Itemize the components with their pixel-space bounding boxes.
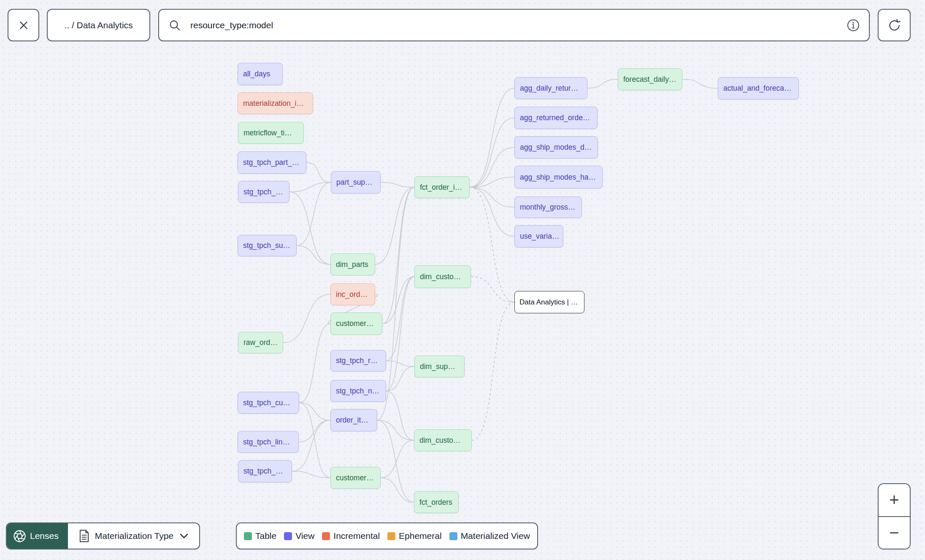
graph-node-stg_tpch_cu[interactable]: stg_tpch_cu… — [238, 392, 299, 414]
legend-label: View — [295, 531, 314, 541]
search-input[interactable] — [189, 20, 838, 31]
graph-node-dim_custo_a[interactable]: dim_custo… — [414, 265, 471, 288]
edge-dim_custo_b-to-data_analytics — [472, 302, 514, 441]
legend-item-ephemeral: Ephemeral — [387, 531, 442, 541]
edge-fct_order_i-to-agg_returned_orde — [470, 118, 514, 188]
edge-stg_tpch_cu-to-order_it — [299, 403, 330, 420]
edge-customer_a-to-dim_custo_a — [382, 277, 414, 324]
edge-stg_tpch_n-to-dim_custo_b — [386, 391, 414, 440]
close-icon — [16, 18, 31, 32]
graph-node-fct_orders[interactable]: fct_orders — [414, 491, 459, 513]
zoom-controls: + − — [878, 483, 911, 549]
graph-node-dim_sup[interactable]: dim_sup… — [414, 355, 465, 377]
edge-stg_tpch_n-to-dim_sup — [386, 366, 414, 391]
zoom-out-button[interactable]: − — [879, 516, 910, 549]
materialization-legend: TableViewIncrementalEphemeralMaterialize… — [236, 522, 538, 549]
legend-label: Table — [255, 531, 276, 541]
graph-node-stg_tpch_b[interactable]: stg_tpch_… — [238, 460, 292, 482]
document-icon — [79, 529, 89, 543]
edge-stg_tpch_part-to-part_sup — [306, 163, 331, 183]
graph-node-agg_returned_orde[interactable]: agg_returned_orde… — [514, 107, 598, 129]
graph-node-use_varia[interactable]: use_varia… — [514, 225, 563, 248]
lens-aperture-icon — [13, 530, 26, 543]
graph-node-stg_tpch_r[interactable]: stg_tpch_r… — [330, 350, 386, 372]
graph-node-agg_daily_retur[interactable]: agg_daily_retur… — [514, 77, 587, 99]
info-icon[interactable] — [847, 19, 860, 32]
legend-swatch-incremental — [322, 532, 330, 540]
edge-customer_b-to-dim_custo_b — [381, 440, 414, 478]
graph-node-part_sup[interactable]: part_sup… — [331, 171, 381, 194]
edge-fct_order_i-to-use_varia — [470, 187, 514, 237]
graph-node-raw_ord[interactable]: raw_ord… — [238, 332, 283, 353]
edge-agg_daily_retur-to-forecast_daily — [587, 79, 618, 88]
graph-node-agg_ship_modes_ha[interactable]: agg_ship_modes_ha… — [514, 166, 603, 188]
search-bar[interactable] — [158, 9, 870, 41]
breadcrumb[interactable]: .. / Data Analytics — [47, 9, 150, 41]
lenses-toolbar: Lenses Materialization Type — [6, 522, 200, 549]
graph-node-forecast_daily[interactable]: forecast_daily… — [618, 68, 682, 90]
breadcrumb-label: .. / Data Analytics — [64, 20, 133, 30]
graph-node-stg_tpch_a[interactable]: stg_tpch_… — [238, 181, 289, 203]
edge-dim_custo_a-to-data_analytics — [471, 277, 514, 302]
graph-node-dim_custo_b[interactable]: dim_custo… — [414, 429, 472, 451]
edge-stg_tpch_r-to-dim_custo_a — [386, 277, 414, 361]
graph-node-stg_tpch_part[interactable]: stg_tpch_part_… — [238, 151, 306, 174]
graph-node-actual_and_foreca[interactable]: actual_and_foreca… — [718, 77, 799, 100]
graph-node-metricflow_ti[interactable]: metricflow_ti… — [238, 122, 304, 144]
graph-node-inc_ord[interactable]: inc_ord… — [330, 283, 375, 305]
edge-stg_tpch_su-to-dim_parts — [297, 246, 330, 265]
edge-customer_a-to-fct_order_i — [382, 187, 414, 324]
legend-swatch-materialized-view — [449, 532, 457, 540]
edge-stg_tpch_cu-to-customer_b — [299, 403, 330, 478]
graph-node-stg_tpch_n[interactable]: stg_tpch_n… — [330, 380, 386, 402]
graph-node-order_it[interactable]: order_it… — [330, 409, 377, 431]
graph-node-stg_tpch_lin[interactable]: stg_tpch_lin… — [238, 431, 299, 453]
legend-item-materialized-view: Materialized View — [449, 531, 530, 541]
edge-fct_order_i-to-monthly_gross — [470, 187, 514, 207]
graph-node-dim_parts[interactable]: dim_parts — [330, 253, 375, 275]
edge-raw_ord-to-inc_ord — [283, 294, 330, 343]
legend-item-incremental: Incremental — [322, 531, 380, 541]
graph-node-agg_ship_modes_d[interactable]: agg_ship_modes_d… — [514, 136, 598, 159]
legend-label: Materialized View — [461, 531, 530, 541]
graph-node-all_days[interactable]: all_days — [238, 63, 283, 85]
close-button[interactable] — [8, 9, 39, 41]
refresh-icon — [887, 18, 901, 32]
graph-node-monthly_gross[interactable]: monthly_gross… — [514, 197, 582, 218]
edge-dim_parts-to-fct_order_i — [375, 187, 414, 264]
graph-node-customer_b[interactable]: customer… — [330, 467, 381, 489]
lenses-label: Lenses — [30, 531, 59, 541]
lineage-canvas[interactable]: all_daysmaterialization_i…metricflow_ti…… — [0, 0, 925, 560]
search-icon — [168, 19, 181, 32]
legend-swatch-ephemeral — [387, 532, 395, 540]
legend-swatch-view — [284, 532, 292, 540]
graph-node-customer_a[interactable]: customer… — [330, 312, 382, 335]
edge-forecast_daily-to-actual_and_foreca — [682, 79, 718, 89]
graph-node-stg_tpch_su[interactable]: stg_tpch_su… — [238, 235, 297, 256]
lenses-button[interactable]: Lenses — [7, 523, 68, 549]
edge-order_it-to-fct_orders — [377, 420, 414, 503]
edge-order_it-to-dim_custo_b — [377, 420, 414, 441]
legend-item-view: View — [284, 531, 314, 541]
lens-selector-label: Materialization Type — [95, 531, 173, 541]
chevron-down-icon — [179, 532, 189, 540]
edge-part_sup-to-fct_order_i — [381, 183, 414, 188]
zoom-in-button[interactable]: + — [879, 484, 910, 516]
edge-fct_order_i-to-agg_daily_retur — [470, 88, 514, 187]
zoom-out-icon: − — [889, 523, 899, 542]
edge-fct_order_i-to-data_analytics — [470, 187, 514, 302]
zoom-in-icon: + — [889, 490, 899, 509]
edge-stg_tpch_a-to-part_sup — [289, 183, 331, 192]
graph-node-data_analytics[interactable]: Data Analytics | … — [514, 291, 584, 313]
lens-selector[interactable]: Materialization Type — [68, 523, 199, 549]
edge-stg_tpch_cu-to-customer_a — [299, 324, 330, 403]
graph-node-materialization_i[interactable]: materialization_i… — [238, 92, 313, 114]
legend-label: Ephemeral — [399, 531, 442, 541]
edge-stg_tpch_r-to-dim_sup — [386, 361, 414, 367]
refresh-button[interactable] — [878, 9, 911, 41]
graph-node-fct_order_i[interactable]: fct_order_i… — [414, 176, 470, 198]
edge-stg_tpch_su-to-part_sup — [297, 183, 331, 246]
legend-label: Incremental — [333, 531, 380, 541]
legend-item-table: Table — [244, 531, 276, 541]
legend-swatch-table — [244, 532, 252, 540]
